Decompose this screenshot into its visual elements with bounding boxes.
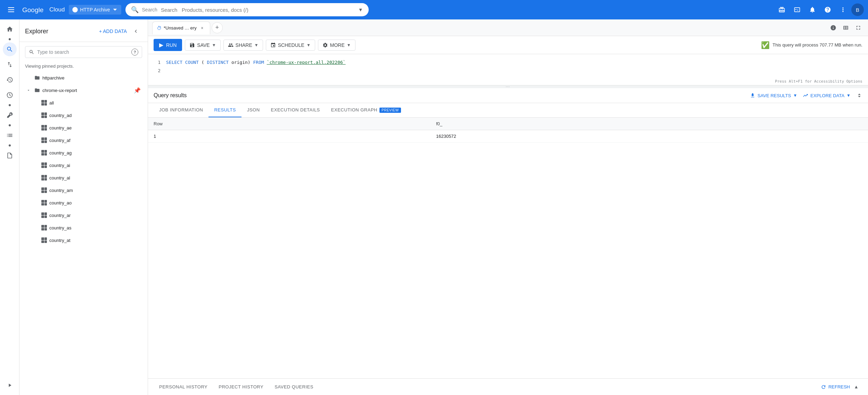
line-num-1: 1 [154, 58, 161, 67]
refresh-button[interactable]: REFRESH [821, 384, 850, 390]
save-results-button[interactable]: SAVE RESULTS ▼ [750, 93, 797, 98]
global-search-bar[interactable]: 🔍 Search ▼ [125, 3, 369, 16]
notifications-icon[interactable] [805, 3, 819, 17]
schedule-chevron: ▼ [306, 43, 311, 48]
result-tab-execution-details[interactable]: EXECUTION DETAILS [265, 103, 326, 117]
tree-item-country_ae[interactable]: country_ae⋮ [26, 121, 148, 134]
result-tab-results[interactable]: RESULTS [208, 103, 241, 117]
run-button[interactable]: ▶ RUN [154, 39, 182, 51]
resize-handle[interactable]: ⋯ [148, 85, 868, 88]
tree-item-all[interactable]: all⋮ [26, 96, 148, 109]
left-rail [0, 19, 19, 395]
new-tab-button[interactable]: + [212, 22, 223, 33]
save-chevron: ▼ [212, 43, 216, 48]
history-tab-personal-history[interactable]: PERSONAL HISTORY [154, 379, 213, 395]
viewing-text: Viewing pinned projects. [19, 62, 148, 72]
table-row: 116230572 [148, 130, 868, 143]
rail-search-icon[interactable] [3, 42, 17, 56]
keyword-distinct: DISTINCT [207, 60, 229, 65]
rail-wrench-icon[interactable] [3, 108, 17, 122]
explore-data-button[interactable]: EXPLORE DATA ▼ [803, 93, 851, 98]
tree-item-country_at[interactable]: country_at⋮ [26, 234, 148, 246]
collapse-history-button[interactable]: ▲ [850, 381, 862, 393]
line-num-2: 2 [154, 67, 161, 75]
tree-label-country_ar: country_ar [49, 213, 142, 218]
code-content-1[interactable]: SELECT COUNT ( DISTINCT origin) FROM `ch… [166, 58, 346, 67]
query-info: ✅ This query will process 707.77 MB when… [761, 41, 862, 49]
tree-item-country_am[interactable]: country_am⋮ [26, 184, 148, 196]
rail-expand-panel[interactable] [3, 378, 17, 392]
explorer-title: Explorer [25, 28, 96, 35]
result-tab-execution-graph[interactable]: EXECUTION GRAPHPREVIEW [326, 103, 407, 117]
svg-text:Google: Google [22, 6, 43, 14]
rail-transfer-icon[interactable] [3, 58, 17, 72]
history-tab-saved-queries[interactable]: SAVED QUERIES [269, 379, 319, 395]
help-icon[interactable] [821, 3, 835, 17]
tree-item-country_as[interactable]: country_as⋮ [26, 221, 148, 234]
svg-point-5 [74, 9, 76, 11]
tree-label-chrome-ux-report: chrome-ux-report [42, 88, 134, 93]
tree-item-country_ad[interactable]: country_ad⋮ [26, 109, 148, 121]
more-options-icon[interactable] [836, 3, 850, 17]
hamburger-menu[interactable] [4, 3, 18, 17]
rail-docs-icon[interactable] [3, 149, 17, 162]
more-button[interactable]: MORE ▼ [318, 40, 355, 51]
results-table-wrap[interactable]: Rowf0_116230572 [148, 118, 868, 378]
query-tab-close[interactable]: × [199, 25, 206, 32]
tree-label-country_at: country_at [49, 238, 142, 243]
table-col-f0_: f0_ [431, 118, 868, 130]
tree-item-country_ar[interactable]: country_ar⋮ [26, 209, 148, 221]
project-selector[interactable]: HTTP Archive [69, 5, 121, 15]
main-layout: Explorer + ADD DATA ? Viewing pinned pro… [0, 19, 868, 395]
search-expand-icon[interactable]: ▼ [358, 7, 363, 12]
tree-item-country_al[interactable]: country_al⋮ [26, 171, 148, 184]
explorer-panel: Explorer + ADD DATA ? Viewing pinned pro… [19, 19, 148, 395]
add-data-button[interactable]: + ADD DATA [96, 26, 130, 36]
schedule-button[interactable]: SCHEDULE ▼ [266, 40, 315, 51]
tree-expand-country_ai [32, 162, 39, 169]
rail-chart-icon[interactable] [3, 128, 17, 142]
gift-icon[interactable] [775, 3, 789, 17]
result-tab-json[interactable]: JSON [241, 103, 265, 117]
nav-icons: B [775, 3, 864, 17]
tree-item-httparchive[interactable]: httparchive⋮ [19, 72, 148, 84]
result-tab-job-information[interactable]: JOB INFORMATION [154, 103, 208, 117]
tab-fullscreen-button[interactable] [853, 22, 864, 33]
refresh-icon [821, 384, 826, 390]
rail-scheduled-icon[interactable] [3, 88, 17, 102]
expand-results-button[interactable] [856, 92, 862, 99]
tree-dataset-icon [34, 87, 40, 93]
save-button[interactable]: SAVE ▼ [185, 40, 220, 51]
refresh-label: REFRESH [828, 384, 850, 389]
tree-item-chrome-ux-report[interactable]: chrome-ux-report📌⋮ [19, 84, 148, 96]
search-help-icon[interactable]: ? [131, 49, 138, 56]
tab-info-button[interactable] [828, 22, 839, 33]
collapse-explorer-button[interactable] [130, 25, 142, 37]
share-label: SHARE [236, 42, 252, 48]
history-tab-project-history[interactable]: PROJECT HISTORY [213, 379, 269, 395]
rail-dot-4 [9, 144, 11, 146]
save-results-chevron: ▼ [793, 93, 797, 98]
tree-pin-icon[interactable]: 📌 [134, 87, 141, 94]
explorer-search-input[interactable] [37, 49, 129, 55]
share-button[interactable]: SHARE ▼ [223, 40, 263, 51]
results-tabs: JOB INFORMATIONRESULTSJSONEXECUTION DETA… [148, 103, 868, 118]
tree-item-country_af[interactable]: country_af⋮ [26, 134, 148, 146]
global-search-input[interactable] [161, 7, 355, 13]
rail-history-icon[interactable] [3, 73, 17, 87]
query-tab-unsaved[interactable]: ⏱ *Unsaved … ery × [152, 22, 210, 34]
tree-item-country_ao[interactable]: country_ao⋮ [26, 196, 148, 209]
results-area: Query results SAVE RESULTS ▼ EXPLORE DAT… [148, 88, 868, 378]
more-settings-icon [322, 42, 328, 48]
table-reference[interactable]: `chrome-ux-report.all.202206` [267, 60, 346, 65]
tree-item-country_ai[interactable]: country_ai⋮ [26, 159, 148, 171]
cloud-shell-icon[interactable] [790, 3, 804, 17]
code-editor[interactable]: 1 SELECT COUNT ( DISTINCT origin) FROM `… [148, 54, 868, 85]
search-icon: 🔍 [131, 6, 139, 14]
tree-item-country_ag[interactable]: country_ag⋮ [26, 146, 148, 159]
avatar[interactable]: B [851, 3, 864, 16]
save-results-label: SAVE RESULTS [758, 93, 791, 98]
more-label: MORE [330, 42, 345, 48]
tab-table-button[interactable] [840, 22, 851, 33]
rail-home-icon[interactable] [3, 22, 17, 36]
